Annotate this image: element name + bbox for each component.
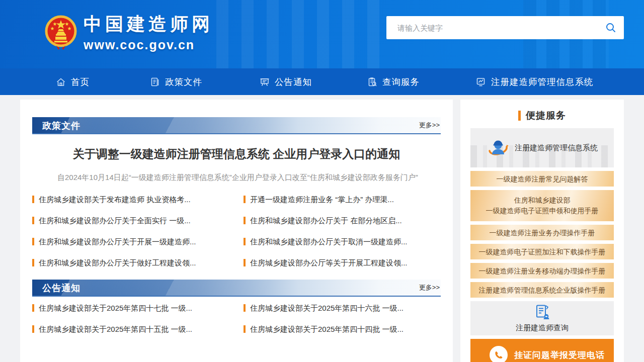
list-item[interactable]: 开通一级建造师注册业务 “掌上办” 办理渠...	[244, 189, 441, 210]
orange-bullet-icon	[32, 217, 34, 224]
nav-item-query[interactable]: 查询服务	[367, 76, 420, 88]
link-text: 住房和城乡建设部办公厅关于取消一级建造师...	[250, 237, 408, 246]
header-building-decoration	[216, 0, 387, 68]
orange-bullet-icon	[32, 196, 34, 203]
list-item[interactable]: 住房城乡建设部关于2025年第四十六批 一级...	[244, 298, 441, 319]
constructor-person-icon	[487, 137, 510, 158]
nav-label: 查询服务	[382, 76, 420, 88]
link-text: 住房城乡建设部关于2025年第四十六批 一级...	[250, 304, 404, 312]
list-item[interactable]: 住房和城乡建设部办公厅关于全面实行 一级...	[32, 210, 229, 231]
hotline-button[interactable]: 挂证问题举报受理电话	[470, 339, 614, 362]
orange-bullet-icon	[32, 238, 34, 245]
link-text: 住房城乡建设部关于2025年第四十四批 一级...	[250, 325, 404, 333]
nav-label: 政策文件	[165, 76, 202, 88]
sidebar: 便捷服务 注册建造师管理信息系统 一级建造师注册常见问题解答 住房和城乡建设部 …	[460, 100, 624, 362]
main-content: 政策文件 更多>> 关于调整一级建造师注册管理信息系统 企业用户登录入口的通知 …	[0, 95, 644, 362]
list-item[interactable]: 住房城乡建设部办公厅等关于开展工程建设领...	[244, 252, 441, 274]
list-item[interactable]: 住房城乡建设部关于发布建造师 执业资格考...	[32, 189, 229, 210]
site-url: www.coc.gov.cn	[84, 38, 213, 52]
nav-item-home[interactable]: 首页	[55, 76, 90, 88]
notice-section-header: 公告通知 更多>>	[32, 280, 441, 297]
policy-link-list: 住房城乡建设部关于发布建造师 执业资格考... 开通一级建造师注册业务 “掌上办…	[32, 189, 441, 274]
brand-text: 中国建造师网 www.coc.gov.cn	[84, 12, 213, 52]
sidebar-button-faq[interactable]: 一级建造师注册常见问题解答	[470, 171, 614, 187]
link-text: 住房城乡建设部关于2025年第四十五批 一级...	[39, 325, 192, 333]
list-item[interactable]: 住房城乡建设部关于2025年第四十五批 一级...	[32, 319, 229, 340]
notice-section-title: 公告通知	[32, 280, 441, 297]
featured-article-summary: 自2024年10月14日起“一级建造师注册管理信息系统”企业用户登录入口改至“住…	[32, 167, 441, 188]
orange-bullet-icon	[32, 259, 34, 266]
notice-link-list: 住房城乡建设部关于2025年第四十七批 一级... 住房城乡建设部关于2025年…	[32, 298, 441, 340]
orange-bullet-icon	[244, 196, 246, 203]
link-text: 住房城乡建设部办公厅等关于开展工程建设领...	[250, 258, 408, 267]
list-item[interactable]: 住房和城乡建设部办公厅关于做好工程建设领...	[32, 252, 229, 274]
orange-bar-icon	[518, 111, 521, 121]
phone-icon	[490, 346, 508, 362]
page: 中国建造师网 www.coc.gov.cn 首页	[0, 0, 644, 362]
link-text: 住房和城乡建设部办公厅关于全面实行 一级...	[39, 216, 191, 225]
policy-section-header: 政策文件 更多>>	[32, 117, 441, 134]
search-box	[386, 16, 624, 39]
site-brand[interactable]: 中国建造师网 www.coc.gov.cn	[44, 12, 213, 52]
nav-label: 公告通知	[275, 76, 312, 88]
nav-item-policy[interactable]: 政策文件	[149, 76, 202, 88]
list-item[interactable]: 住房和城乡建设部办公厅关于取消一级建造师...	[244, 231, 441, 252]
list-item[interactable]: 住房和城乡建设部办公厅关于 在部分地区启...	[244, 210, 441, 231]
search-button[interactable]	[598, 16, 624, 39]
link-text: 住房和城乡建设部办公厅关于 在部分地区启...	[250, 216, 402, 225]
orange-bullet-icon	[244, 238, 246, 245]
orange-bullet-icon	[244, 304, 246, 312]
hotline-label: 挂证问题举报受理电话	[514, 349, 605, 361]
nav-label: 注册建造师管理信息系统	[491, 76, 594, 88]
featured-article-title[interactable]: 关于调整一级建造师注册管理信息系统 企业用户登录入口的通知	[32, 146, 441, 162]
policy-more-link[interactable]: 更多>>	[419, 121, 440, 130]
link-text: 住房城乡建设部关于2025年第四十七批 一级...	[39, 304, 192, 312]
nav-item-management-system[interactable]: 注册建造师管理信息系统	[475, 76, 594, 88]
site-header: 中国建造师网 www.coc.gov.cn	[0, 0, 644, 68]
search-icon	[605, 22, 617, 34]
link-text: 住房和城乡建设部办公厅关于开展一级建造师...	[39, 237, 196, 246]
policy-section-title: 政策文件	[32, 117, 441, 134]
system-chart-icon	[475, 76, 487, 87]
orange-bullet-icon	[244, 217, 246, 224]
link-text: 开通一级建造师注册业务 “掌上办” 办理渠...	[250, 195, 394, 204]
content-panel: 政策文件 更多>> 关于调整一级建造师注册管理信息系统 企业用户登录入口的通知 …	[20, 100, 453, 362]
builder-document-icon	[534, 304, 551, 321]
nav-item-notice[interactable]: 公告通知	[259, 76, 312, 88]
constructor-query-box[interactable]: 注册建造师查询	[470, 301, 614, 335]
list-item[interactable]: 住房城乡建设部关于2025年第四十七批 一级...	[32, 298, 229, 319]
link-text: 住房和城乡建设部办公厅关于做好工程建设领...	[39, 258, 196, 267]
orange-bullet-icon	[244, 325, 246, 333]
sidebar-button-mobile-manual[interactable]: 一级建造师注册业务移动端办理操作手册	[470, 263, 614, 279]
sidebar-title: 便捷服务	[470, 109, 614, 122]
site-title: 中国建造师网	[84, 12, 213, 37]
list-item[interactable]: 住房城乡建设部关于2025年第四十四批 一级...	[244, 319, 441, 340]
nav-label: 首页	[71, 76, 90, 88]
notice-more-link[interactable]: 更多>>	[419, 283, 440, 292]
management-system-banner[interactable]: 注册建造师管理信息系统	[470, 128, 614, 167]
orange-bullet-icon	[32, 325, 34, 333]
sidebar-button-enterprise-manual[interactable]: 注册建造师管理信息系统企业版操作手册	[470, 282, 614, 298]
sidebar-button-cert-download-manual[interactable]: 一级建造师电子证照加注和下载操作手册	[470, 244, 614, 259]
policy-doc-icon	[149, 76, 160, 87]
query-label: 注册建造师查询	[516, 323, 569, 333]
search-input[interactable]	[386, 16, 598, 39]
home-icon	[55, 76, 66, 87]
query-service-icon	[367, 76, 378, 87]
list-item[interactable]: 住房和城乡建设部办公厅关于开展一级建造师...	[32, 231, 229, 252]
banner-label: 注册建造师管理信息系统	[515, 143, 598, 153]
sidebar-title-text: 便捷服务	[526, 109, 566, 122]
sidebar-button-registration-manual[interactable]: 一级建造师注册业务办理操作手册	[470, 225, 614, 240]
main-nav: 首页 政策文件 公告通知 查询服务 注册建造师管理信息系统	[0, 68, 644, 95]
link-text: 住房城乡建设部关于发布建造师 执业资格考...	[39, 195, 191, 204]
orange-bullet-icon	[32, 304, 34, 312]
sidebar-button-cert-manual[interactable]: 住房和城乡建设部 一级建造师电子证照申领和使用手册	[470, 190, 614, 221]
orange-bullet-icon	[244, 259, 246, 266]
bulletin-icon	[259, 76, 270, 87]
national-emblem-icon	[44, 14, 77, 51]
